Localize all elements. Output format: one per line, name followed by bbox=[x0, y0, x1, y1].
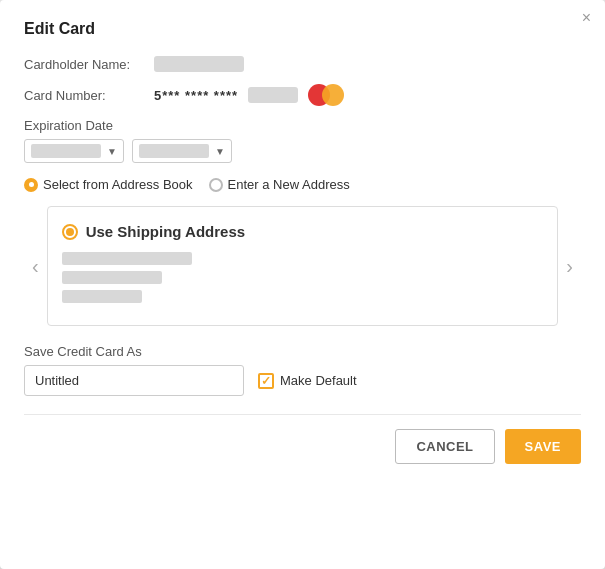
year-arrow-icon: ▼ bbox=[215, 146, 225, 157]
enter-new-radio-empty bbox=[209, 178, 223, 192]
card-number-text: 5*** **** **** bbox=[154, 88, 238, 103]
close-button[interactable]: × bbox=[582, 10, 591, 26]
prev-address-arrow[interactable]: ‹ bbox=[24, 255, 47, 278]
save-as-section: Save Credit Card As ✓ Make Default bbox=[24, 344, 581, 396]
footer-buttons: CANCEL SAVE bbox=[24, 429, 581, 464]
address-card: Use Shipping Address bbox=[47, 206, 559, 326]
cardholder-value bbox=[154, 56, 244, 72]
save-as-label: Save Credit Card As bbox=[24, 344, 581, 359]
make-default-checkbox[interactable]: ✓ bbox=[258, 373, 274, 389]
expiration-year-select[interactable]: ▼ bbox=[132, 139, 232, 163]
enter-new-address-option[interactable]: Enter a New Address bbox=[209, 177, 350, 192]
save-as-input[interactable] bbox=[24, 365, 244, 396]
use-shipping-label: Use Shipping Address bbox=[86, 223, 245, 240]
card-number-row: Card Number: 5*** **** **** bbox=[24, 84, 581, 106]
cardholder-row: Cardholder Name: bbox=[24, 56, 581, 72]
card-number-label: Card Number: bbox=[24, 88, 154, 103]
month-blurred bbox=[31, 144, 101, 158]
save-button[interactable]: SAVE bbox=[505, 429, 581, 464]
next-address-arrow[interactable]: › bbox=[558, 255, 581, 278]
expiration-label: Expiration Date bbox=[24, 118, 581, 133]
edit-card-modal: × Edit Card Cardholder Name: Card Number… bbox=[0, 0, 605, 569]
addr-line-2 bbox=[62, 271, 162, 284]
save-as-row: ✓ Make Default bbox=[24, 365, 581, 396]
addr-line-1 bbox=[62, 252, 192, 265]
modal-title: Edit Card bbox=[24, 20, 581, 38]
cancel-button[interactable]: CANCEL bbox=[395, 429, 494, 464]
use-shipping-radio[interactable] bbox=[62, 224, 78, 240]
checkmark-icon: ✓ bbox=[261, 375, 271, 387]
select-from-address-book-option[interactable]: Select from Address Book bbox=[24, 177, 193, 192]
select-address-radio-filled bbox=[24, 178, 38, 192]
month-arrow-icon: ▼ bbox=[107, 146, 117, 157]
address-card-section: ‹ Use Shipping Address › bbox=[24, 206, 581, 326]
expiration-month-select[interactable]: ▼ bbox=[24, 139, 124, 163]
divider bbox=[24, 414, 581, 415]
enter-new-label: Enter a New Address bbox=[228, 177, 350, 192]
mastercard-icon bbox=[308, 84, 344, 106]
card-number-display: 5*** **** **** bbox=[154, 84, 344, 106]
make-default-label: Make Default bbox=[280, 373, 357, 388]
address-blurred-lines bbox=[62, 252, 544, 303]
expiration-row: ▼ ▼ bbox=[24, 139, 581, 163]
card-number-last bbox=[248, 87, 298, 103]
make-default-row: ✓ Make Default bbox=[258, 373, 357, 389]
select-address-label: Select from Address Book bbox=[43, 177, 193, 192]
cardholder-label: Cardholder Name: bbox=[24, 57, 154, 72]
address-options: Select from Address Book Enter a New Add… bbox=[24, 177, 581, 192]
year-blurred bbox=[139, 144, 209, 158]
addr-line-3 bbox=[62, 290, 142, 303]
use-shipping-row: Use Shipping Address bbox=[62, 223, 544, 240]
